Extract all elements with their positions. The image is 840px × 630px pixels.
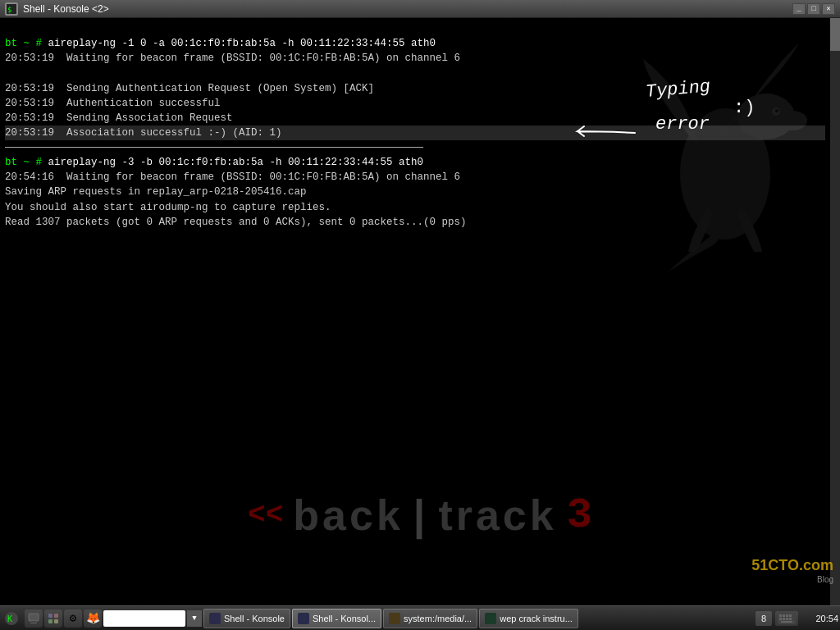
konsole-app-icon-2 <box>298 613 309 624</box>
folder-app-icon <box>389 613 400 624</box>
svg-rect-21 <box>783 614 785 617</box>
svg-rect-15 <box>48 614 52 618</box>
taskbar: K ⚙ 🦊 ▼ Shell - Konsole <box>0 605 840 630</box>
terminal-line-12: You should also start airodump-ng to cap… <box>5 202 331 213</box>
terminal-line-10: 20:54:16 Waiting for beacon frame (BSSID… <box>5 171 460 183</box>
scrollbar-thumb[interactable] <box>830 18 840 51</box>
svg-rect-27 <box>789 618 792 620</box>
taskbar-app-shell-konsole-1[interactable]: Shell - Konsole <box>203 609 290 628</box>
svg-rect-22 <box>786 614 788 617</box>
svg-rect-26 <box>786 618 788 620</box>
terminal-output[interactable]: bt ~ # aireplay-ng -1 0 -a 00:1c:f0:fb:a… <box>0 18 830 605</box>
terminal-line-2: 20:53:19 Waiting for beacon frame (BSSID… <box>5 52 460 64</box>
taskbar-app-system-media[interactable]: system:/media/... <box>383 609 477 628</box>
system-clock: 20:54 <box>801 614 838 623</box>
svg-rect-25 <box>783 618 785 620</box>
window-controls: _ □ ✕ <box>792 3 835 15</box>
terminal-line-4: 20:53:19 Sending Authentication Request … <box>5 83 374 94</box>
notification-badge[interactable]: 8 <box>756 611 772 626</box>
terminal-line-11: Saving ARP requests in replay_arp-0218-2… <box>5 186 307 198</box>
svg-rect-20 <box>779 614 782 617</box>
taskbar-app-wep-crack[interactable]: wep crack instru... <box>479 609 578 628</box>
svg-text:K: K <box>7 614 12 623</box>
terminal-line-5: 20:53:19 Authentication successful <box>5 98 221 109</box>
terminal-line-8 <box>5 142 423 153</box>
konsole-app-icon-1 <box>209 613 221 624</box>
svg-rect-12 <box>29 614 39 621</box>
konsole-icon: $ <box>5 2 18 16</box>
taskbar-app-label-4: wep crack instru... <box>500 614 573 623</box>
quicklaunch-icons: ⚙ 🦊 <box>25 609 102 628</box>
terminal-line-7: 20:53:19 Association successful :-) (AID… <box>5 126 825 140</box>
close-button[interactable]: ✕ <box>822 3 835 15</box>
svg-text:$: $ <box>7 6 11 14</box>
terminal-line-6: 20:53:19 Sending Association Request <box>5 112 233 124</box>
svg-rect-14 <box>30 623 37 623</box>
taskbar-app-label-1: Shell - Konsole <box>224 614 285 623</box>
keyboard-layout[interactable] <box>775 611 798 626</box>
taskbar-app-label-2: Shell - Konsol... <box>313 614 376 623</box>
svg-rect-24 <box>779 618 782 620</box>
terminal-line-9: bt ~ # aireplay-ng -3 -b 00:1c:f0:fb:ab:… <box>5 157 423 168</box>
doc-app-icon <box>485 613 496 624</box>
taskbar-app-label-3: system:/media/... <box>404 614 472 623</box>
taskbar-search-input[interactable] <box>103 610 185 627</box>
svg-rect-18 <box>54 619 58 623</box>
svg-rect-23 <box>789 614 792 617</box>
firefox-icon[interactable]: 🦊 <box>84 609 102 628</box>
window-title: Shell - Konsole <2> <box>23 3 109 15</box>
svg-rect-17 <box>48 619 52 623</box>
settings-icon[interactable]: ⚙ <box>64 609 82 628</box>
search-arrow-button[interactable]: ▼ <box>187 610 202 627</box>
minimize-button[interactable]: _ <box>792 3 806 15</box>
terminal-line-13: Read 1307 packets (got 0 ARP requests an… <box>5 217 467 228</box>
taskbar-apps: Shell - Konsole Shell - Konsol... system… <box>203 609 754 628</box>
start-button[interactable]: K <box>2 609 21 628</box>
scrollbar[interactable] <box>830 18 840 605</box>
maximize-button[interactable]: □ <box>807 3 820 15</box>
svg-rect-13 <box>32 621 35 623</box>
terminal-line-1: bt ~ # aireplay-ng -1 0 -a 00:1c:f0:fb:a… <box>5 38 436 49</box>
taskbar-right: 8 20:54 <box>756 611 838 626</box>
apps-icon[interactable] <box>44 609 62 628</box>
title-bar: $ Shell - Konsole <2> _ □ ✕ <box>0 0 840 18</box>
title-bar-left: $ Shell - Konsole <2> <box>5 2 109 16</box>
taskbar-app-shell-konsole-2[interactable]: Shell - Konsol... <box>292 609 381 628</box>
svg-rect-16 <box>54 614 58 618</box>
svg-rect-28 <box>781 621 792 623</box>
desktop-icon[interactable] <box>25 609 43 628</box>
terminal-container: << back | track 3 bt ~ # aireplay-ng -1 … <box>0 18 840 605</box>
